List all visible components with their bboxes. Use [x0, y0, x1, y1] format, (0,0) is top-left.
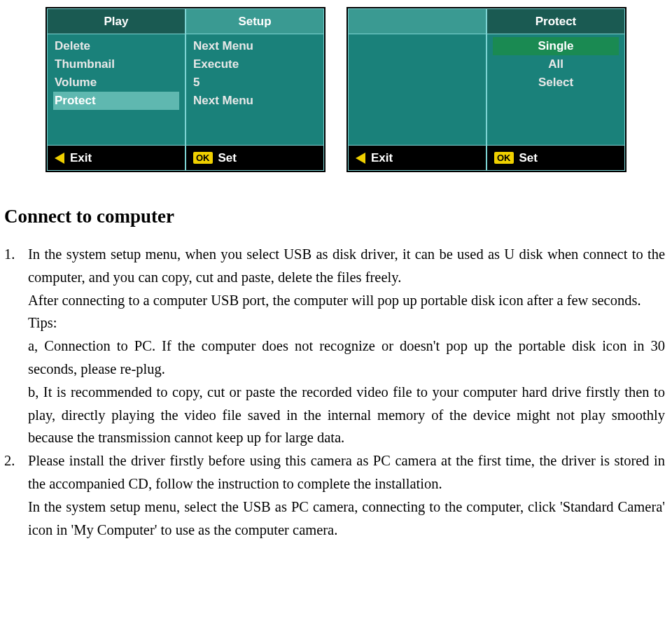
tab-blank[interactable]: [348, 8, 486, 34]
menu-value-nextmenu-2[interactable]: Next Menu: [192, 92, 318, 110]
left-arrow-icon: [55, 153, 64, 164]
section-heading: Connect to computer: [4, 206, 665, 227]
tab-protect[interactable]: Protect: [486, 8, 625, 34]
camera-menu-screen-1: Play Setup Delete Thumbnail Volume Prote…: [46, 7, 326, 172]
menu-value-5[interactable]: 5: [192, 73, 318, 92]
menu-left-column: Delete Thumbnail Volume Protect: [47, 34, 186, 146]
menu-item-protect[interactable]: Protect: [53, 92, 179, 110]
exit-label: Exit: [70, 151, 92, 165]
exit-label: Exit: [371, 151, 393, 165]
camera-menu-screen-2: Protect Single All Select Exit OK Set: [346, 7, 626, 172]
menu-item-single[interactable]: Single: [493, 37, 619, 55]
menu-value-nextmenu[interactable]: Next Menu: [192, 37, 318, 55]
tab-setup[interactable]: Setup: [186, 8, 324, 34]
menu-item-volume[interactable]: Volume: [53, 73, 179, 92]
list-number-2: 2.: [4, 449, 28, 541]
menu-item-delete[interactable]: Delete: [53, 37, 179, 55]
screenshot-row: Play Setup Delete Thumbnail Volume Prote…: [0, 0, 672, 186]
paragraph: In the system setup menu, when you selec…: [28, 243, 665, 289]
menu-value-execute[interactable]: Execute: [192, 55, 318, 73]
menu-item-all[interactable]: All: [493, 55, 619, 73]
left-arrow-icon: [356, 153, 365, 164]
tab-play[interactable]: Play: [47, 8, 186, 34]
list-number-1: 1.: [4, 243, 28, 449]
set-label: Set: [519, 151, 538, 165]
menu-item-select[interactable]: Select: [493, 73, 619, 92]
document-body: Connect to computer 1. In the system set…: [0, 206, 672, 541]
set-label: Set: [218, 151, 237, 165]
menu-left-column-2: [348, 34, 486, 146]
footer-set-2[interactable]: OK Set: [486, 146, 625, 171]
ok-icon: OK: [494, 152, 514, 164]
menu-right-column: Next Menu Execute 5 Next Menu: [186, 34, 324, 146]
paragraph: b, It is recommended to copy, cut or pas…: [28, 381, 665, 449]
paragraph: Please install the driver firstly before…: [28, 449, 665, 496]
ok-icon: OK: [193, 152, 213, 164]
footer-set[interactable]: OK Set: [186, 146, 324, 171]
paragraph: a, Connection to PC. If the computer doe…: [28, 335, 665, 381]
menu-item-blank: [354, 37, 480, 41]
menu-item-thumbnail[interactable]: Thumbnail: [53, 55, 179, 73]
paragraph: In the system setup menu, select the USB…: [28, 496, 665, 542]
footer-exit-2[interactable]: Exit: [348, 146, 486, 171]
menu-right-column-2: Single All Select: [486, 34, 625, 146]
paragraph: Tips:: [28, 311, 665, 335]
footer-exit[interactable]: Exit: [47, 146, 186, 171]
paragraph: After connecting to a computer USB port,…: [28, 289, 665, 312]
